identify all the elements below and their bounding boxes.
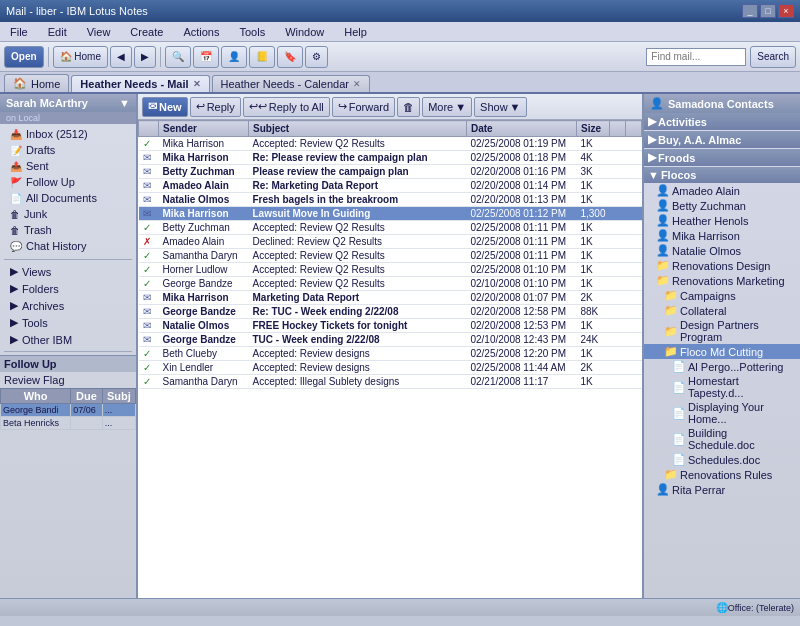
- contacts-button[interactable]: 👤: [221, 46, 247, 68]
- back-button[interactable]: ◀: [110, 46, 132, 68]
- mail-row-7[interactable]: ✗ Amadeo Alain Declined: Review Q2 Resul…: [139, 235, 642, 249]
- maximize-button[interactable]: □: [760, 4, 776, 18]
- mail-row-6[interactable]: ✓ Betty Zuchman Accepted: Review Q2 Resu…: [139, 221, 642, 235]
- tree-item-11[interactable]: 📄 Al Pergo...Pottering: [644, 359, 800, 374]
- menu-help[interactable]: Help: [338, 25, 373, 39]
- sidebar-item-chat[interactable]: 💬 Chat History: [0, 238, 136, 254]
- mail-row-12[interactable]: ✉ George Bandze Re: TUC - Week ending 2/…: [139, 305, 642, 319]
- menu-edit[interactable]: Edit: [42, 25, 73, 39]
- mail-row-16[interactable]: ✓ Xin Lendler Accepted: Review designs 0…: [139, 361, 642, 375]
- tab-calendar[interactable]: Heather Needs - Calendar ✕: [212, 75, 370, 92]
- tree-item-10[interactable]: 📁 Floco Md Cutting: [644, 344, 800, 359]
- bookmark-button[interactable]: 🔖: [277, 46, 303, 68]
- tree-item-13[interactable]: 📄 Displaying Your Home...: [644, 400, 800, 426]
- search-button[interactable]: 🔍: [165, 46, 191, 68]
- tree-item-12[interactable]: 📄 Homestart Tapesty.d...: [644, 374, 800, 400]
- search-go-button[interactable]: Search: [750, 46, 796, 68]
- reply-button[interactable]: ↩ Reply: [190, 97, 241, 117]
- notebook-button[interactable]: 📒: [249, 46, 275, 68]
- mail-row-13[interactable]: ✉ Natalie Olmos FREE Hockey Tickets for …: [139, 319, 642, 333]
- sidebar-item-folders[interactable]: ▶ Folders: [0, 280, 136, 297]
- mail-list[interactable]: Sender Subject Date Size ✓ Mika Harrison…: [138, 120, 642, 598]
- delete-button[interactable]: 🗑: [397, 97, 420, 117]
- sidebar-item-archives[interactable]: ▶ Archives: [0, 297, 136, 314]
- open-button[interactable]: Open: [4, 46, 44, 68]
- tab-mail[interactable]: Heather Needs - Mail ✕: [71, 75, 209, 92]
- mail-row-14[interactable]: ✉ George Bandze TUC - Week ending 2/22/0…: [139, 333, 642, 347]
- forward-button[interactable]: ↪ Forward: [332, 97, 395, 117]
- tree-item-1[interactable]: 👤 Betty Zuchman: [644, 198, 800, 213]
- col-size[interactable]: Size: [576, 121, 609, 137]
- sidebar-item-sent[interactable]: 📤 Sent: [0, 158, 136, 174]
- tree-label-1: Betty Zuchman: [672, 200, 746, 212]
- mail-row-8[interactable]: ✓ Samantha Daryn Accepted: Review Q2 Res…: [139, 249, 642, 263]
- mail-row-0[interactable]: ✓ Mika Harrison Accepted: Review Q2 Resu…: [139, 137, 642, 151]
- tree-item-8[interactable]: 📁 Collateral: [644, 303, 800, 318]
- menu-actions[interactable]: Actions: [177, 25, 225, 39]
- sidebar-item-tools[interactable]: ▶ Tools: [0, 314, 136, 331]
- col-subject[interactable]: Subject: [249, 121, 467, 137]
- tree-item-9[interactable]: 📁 Design Partners Program: [644, 318, 800, 344]
- tab-home[interactable]: 🏠 Home: [4, 74, 69, 92]
- menu-create[interactable]: Create: [124, 25, 169, 39]
- followup-row-2[interactable]: Beta Henricks ...: [1, 417, 136, 430]
- sidebar-item-views[interactable]: ▶ Views: [0, 263, 136, 280]
- sidebar-item-followup[interactable]: 🚩 Follow Up: [0, 174, 136, 190]
- mail-row-10[interactable]: ✓ George Bandze Accepted: Review Q2 Resu…: [139, 277, 642, 291]
- row-from-8: Samantha Daryn: [159, 249, 249, 263]
- sidebar-item-other[interactable]: ▶ Other IBM: [0, 331, 136, 348]
- calendar-button[interactable]: 📅: [193, 46, 219, 68]
- col-status[interactable]: [139, 121, 159, 137]
- mail-row-11[interactable]: ✉ Mika Harrison Marketing Data Report 02…: [139, 291, 642, 305]
- menu-file[interactable]: File: [4, 25, 34, 39]
- tree-item-5[interactable]: 📁 Renovations Design: [644, 258, 800, 273]
- tree-item-4[interactable]: 👤 Natalie Olmos: [644, 243, 800, 258]
- tree-item-17[interactable]: 👤 Rita Perrar: [644, 482, 800, 497]
- col-sender[interactable]: Sender: [159, 121, 249, 137]
- sidebar-item-drafts[interactable]: 📝 Drafts: [0, 142, 136, 158]
- mail-row-17[interactable]: ✓ Samantha Daryn Accepted: Illegal Suble…: [139, 375, 642, 389]
- sidebar-item-inbox[interactable]: 📥 Inbox (2512): [0, 126, 136, 142]
- show-button[interactable]: Show ▼: [474, 97, 526, 117]
- sidebar-item-junk[interactable]: 🗑 Junk: [0, 206, 136, 222]
- mail-tab-close[interactable]: ✕: [193, 79, 201, 89]
- sidebar-item-alldocs[interactable]: 📄 All Documents: [0, 190, 136, 206]
- followup-row-1[interactable]: George Bandi 07/06 ...: [1, 404, 136, 417]
- mail-row-5[interactable]: ✉ Mika Harrison Lawsuit Move In Guiding …: [139, 207, 642, 221]
- col-extra[interactable]: [626, 121, 642, 137]
- settings-button[interactable]: ⚙: [305, 46, 328, 68]
- section-activities[interactable]: ▶ Activities: [644, 113, 800, 130]
- menu-view[interactable]: View: [81, 25, 117, 39]
- section-buy[interactable]: ▶ Buy, A.A. Almac: [644, 131, 800, 148]
- tree-item-15[interactable]: 📄 Schedules.doc: [644, 452, 800, 467]
- minimize-button[interactable]: _: [742, 4, 758, 18]
- col-date[interactable]: Date: [466, 121, 576, 137]
- mail-row-1[interactable]: ✉ Mika Harrison Re: Please review the ca…: [139, 151, 642, 165]
- mail-row-2[interactable]: ✉ Betty Zuchman Please review the campai…: [139, 165, 642, 179]
- section-froods[interactable]: ▶ Froods: [644, 149, 800, 166]
- menu-tools[interactable]: Tools: [233, 25, 271, 39]
- close-button[interactable]: ×: [778, 4, 794, 18]
- tree-item-16[interactable]: 📁 Renovations Rules: [644, 467, 800, 482]
- home-button[interactable]: 🏠 Home: [53, 46, 108, 68]
- forward-button[interactable]: ▶: [134, 46, 156, 68]
- reply-all-button[interactable]: ↩↩ Reply to All: [243, 97, 330, 117]
- mail-row-4[interactable]: ✉ Natalie Olmos Fresh bagels in the brea…: [139, 193, 642, 207]
- mail-row-9[interactable]: ✓ Horner Ludlow Accepted: Review Q2 Resu…: [139, 263, 642, 277]
- sidebar-item-trash[interactable]: 🗑 Trash: [0, 222, 136, 238]
- more-button[interactable]: More ▼: [422, 97, 472, 117]
- mail-row-3[interactable]: ✉ Amadeo Alain Re: Marketing Data Report…: [139, 179, 642, 193]
- tree-item-0[interactable]: 👤 Amadeo Alain: [644, 183, 800, 198]
- tree-item-14[interactable]: 📄 Building Schedule.doc: [644, 426, 800, 452]
- tree-item-6[interactable]: 📁 Renovations Marketing: [644, 273, 800, 288]
- col-flag[interactable]: [610, 121, 626, 137]
- tree-item-3[interactable]: 👤 Mika Harrison: [644, 228, 800, 243]
- new-mail-button[interactable]: ✉ New: [142, 97, 188, 117]
- section-flocos[interactable]: ▼ Flocos: [644, 167, 800, 183]
- menu-window[interactable]: Window: [279, 25, 330, 39]
- calendar-tab-close[interactable]: ✕: [353, 79, 361, 89]
- search-input[interactable]: [646, 48, 746, 66]
- tree-item-2[interactable]: 👤 Heather Henols: [644, 213, 800, 228]
- tree-item-7[interactable]: 📁 Campaigns: [644, 288, 800, 303]
- mail-row-15[interactable]: ✓ Beth Clueby Accepted: Review designs 0…: [139, 347, 642, 361]
